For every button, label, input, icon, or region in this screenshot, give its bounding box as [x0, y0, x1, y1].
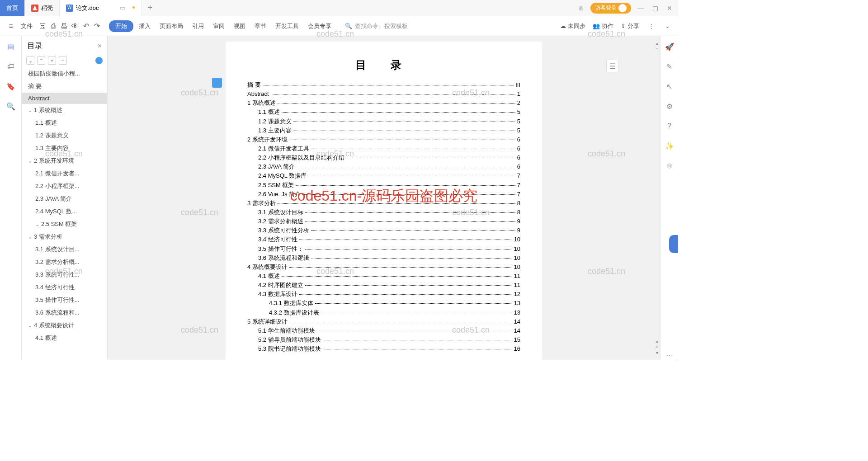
share-button[interactable]: ⇪分享 — [621, 22, 639, 30]
toc-entry[interactable]: Abstract1 — [247, 89, 520, 99]
add-button[interactable]: + — [48, 56, 56, 65]
ribbon-tab-7[interactable]: 开发工具 — [272, 20, 302, 32]
outline-item[interactable]: 1.1 概述 — [22, 117, 107, 129]
outline-item[interactable]: 2 系统开发环境 — [22, 155, 107, 167]
print-icon[interactable]: 🖶 — [60, 22, 69, 31]
outline-item[interactable]: 1.2 课题意义 — [22, 129, 107, 142]
tab-dk[interactable]: 稻壳 — [25, 0, 60, 16]
outline-item[interactable]: 1 系统概述 — [22, 104, 107, 117]
pen-icon[interactable]: ✎ — [665, 61, 675, 71]
outline-item[interactable]: 3.4 经济可行性 — [22, 281, 107, 294]
toc-entry[interactable]: 3.2 需求分析概述9 — [247, 217, 520, 226]
ribbon-tab-5[interactable]: 视图 — [230, 20, 249, 32]
sparkle-icon[interactable]: ✨ — [665, 141, 675, 151]
toc-entry[interactable]: 4 系统概要设计10 — [247, 263, 520, 272]
ribbon-tab-8[interactable]: 会员专享 — [304, 20, 335, 32]
bookmark-rail-icon[interactable]: 🏷 — [6, 61, 16, 71]
collapse-ribbon-icon[interactable]: ⌄ — [663, 22, 672, 31]
minimize-button[interactable]: — — [636, 3, 646, 13]
tab-home[interactable]: 首页 — [0, 0, 25, 16]
export-icon[interactable]: ⎙ — [49, 22, 58, 31]
outline-item[interactable]: 3.6 系统流程和... — [22, 306, 107, 319]
toc-entry[interactable]: 3.3 系统可行性分析9 — [247, 226, 520, 235]
redo-icon[interactable]: ↷ — [92, 22, 101, 31]
ribbon-tab-1[interactable]: 插入 — [135, 20, 154, 32]
remove-button[interactable]: − — [59, 56, 67, 65]
file-menu[interactable]: 文件 — [17, 20, 36, 32]
toc-entry[interactable]: 4.2 时序图的建立11 — [247, 281, 520, 290]
rocket-icon[interactable]: 🚀 — [665, 42, 675, 52]
outline-rail-icon[interactable]: ▤ — [6, 42, 16, 52]
more-bottom-icon[interactable]: ⋯ — [665, 350, 675, 360]
collab-button[interactable]: 👥协作 — [593, 22, 613, 30]
toc-entry[interactable]: 1.3 主要内容5 — [247, 126, 520, 135]
page-marker-icon[interactable] — [212, 78, 222, 88]
ribbon-tab-4[interactable]: 审阅 — [209, 20, 228, 32]
outline-item[interactable]: 4.1 概述 — [22, 332, 107, 344]
toc-entry[interactable]: 2.3 JAVA 简介6 — [247, 162, 520, 171]
search-rail-icon[interactable]: 🔍 — [6, 101, 16, 111]
ribbon-tab-3[interactable]: 引用 — [189, 20, 208, 32]
outline-item[interactable]: Abstract — [22, 93, 107, 104]
search-box[interactable]: 🔍查找命令、搜索模板 — [345, 22, 408, 30]
toc-entry[interactable]: 3.1 系统设计目标8 — [247, 208, 520, 217]
outline-item[interactable]: 1.3 主要内容 — [22, 142, 107, 155]
settings-icon[interactable]: ⚙ — [665, 101, 675, 111]
toc-entry[interactable]: 1.1 概述5 — [247, 108, 520, 117]
undo-icon[interactable]: ↶ — [81, 22, 90, 31]
toc-entry[interactable]: 2.1 微信开发者工具6 — [247, 144, 520, 153]
outline-item[interactable]: 2.5 SSM 框架 — [22, 218, 107, 230]
window-badge-icon[interactable]: ⎚ — [576, 3, 586, 13]
side-handle[interactable] — [669, 235, 678, 253]
new-tab-button[interactable]: + — [142, 3, 158, 13]
more-icon[interactable]: ⋮ — [646, 22, 656, 31]
toc-entry[interactable]: 3 需求分析8 — [247, 199, 520, 208]
toc-entry[interactable]: 2 系统开发环境6 — [247, 135, 520, 144]
maximize-button[interactable]: ▢ — [650, 3, 660, 13]
document-area[interactable]: ☰ 目 录 摘 要IIIAbstract11 系统概述21.1 概述51.2 课… — [108, 36, 660, 360]
ribbon-tab-2[interactable]: 页面布局 — [156, 20, 187, 32]
help-icon[interactable]: ? — [665, 121, 675, 131]
outline-item[interactable]: 2.2 小程序框架... — [22, 180, 107, 193]
toc-entry[interactable]: 5.1 学生前端功能模块14 — [247, 326, 520, 335]
bookmark2-rail-icon[interactable]: 🔖 — [6, 81, 16, 91]
outline-item[interactable]: 摘 要 — [22, 80, 107, 93]
float-menu-button[interactable]: ☰ — [606, 60, 619, 72]
toc-entry[interactable]: 2.6 Vue. Js 简介7 — [247, 190, 520, 199]
toc-entry[interactable]: 5.2 辅导员前端功能模块15 — [247, 335, 520, 344]
scroll-top-icon[interactable]: ▴≡ — [655, 41, 659, 52]
toc-entry[interactable]: 摘 要III — [247, 80, 520, 89]
save-icon[interactable]: 🖫 — [38, 22, 47, 31]
ribbon-tab-0[interactable]: 开始 — [109, 20, 133, 32]
outline-item[interactable]: 3.1 系统设计目... — [22, 243, 107, 256]
toc-entry[interactable]: 1 系统概述2 — [247, 99, 520, 108]
outline-close-icon[interactable]: × — [98, 42, 102, 50]
preview-icon[interactable]: 👁 — [71, 22, 80, 31]
toc-entry[interactable]: 4.3 数据库设计12 — [247, 290, 520, 299]
expand-all-button[interactable]: ⌃ — [37, 56, 45, 65]
toc-entry[interactable]: 3.5 操作可行性：10 — [247, 245, 520, 254]
tab-doc[interactable]: 论文.doc▭• — [60, 0, 142, 16]
toc-entry[interactable]: 5.3 院书记前端功能模块16 — [247, 344, 520, 353]
toc-entry[interactable]: 4.3.2 数据库设计表13 — [247, 308, 520, 317]
outline-item[interactable]: 校园防疫微信小程... — [22, 67, 107, 80]
toc-entry[interactable]: 3.4 经济可行性10 — [247, 235, 520, 244]
toc-entry[interactable]: 4.3.1 数据库实体13 — [247, 299, 520, 308]
collapse-all-button[interactable]: ⌄ — [26, 56, 34, 65]
toc-entry[interactable]: 5 系统详细设计14 — [247, 317, 520, 326]
outline-item[interactable]: 3.3 系统可行性... — [22, 268, 107, 281]
outline-item[interactable]: 2.4 MySQL 数... — [22, 205, 107, 218]
outline-item[interactable]: 3.5 操作可行性... — [22, 294, 107, 306]
menu-icon[interactable]: ≡ — [6, 22, 15, 31]
sync-button[interactable]: ☁未同步 — [560, 22, 585, 30]
cursor-icon[interactable]: ↖ — [665, 81, 675, 91]
toc-entry[interactable]: 3.6 系统流程和逻辑10 — [247, 254, 520, 263]
toc-entry[interactable]: 4.1 概述11 — [247, 272, 520, 281]
outline-item[interactable]: 4 系统概要设计 — [22, 319, 107, 332]
login-button[interactable]: 访客登录 — [590, 3, 631, 14]
gear-icon[interactable]: ⚛ — [665, 161, 675, 171]
outline-item[interactable]: 2.3 JAVA 简介 — [22, 193, 107, 205]
toc-entry[interactable]: 2.5 SSM 框架7 — [247, 181, 520, 190]
outline-item[interactable]: 3 需求分析 — [22, 230, 107, 243]
outline-item[interactable]: 2.1 微信开发者... — [22, 167, 107, 180]
